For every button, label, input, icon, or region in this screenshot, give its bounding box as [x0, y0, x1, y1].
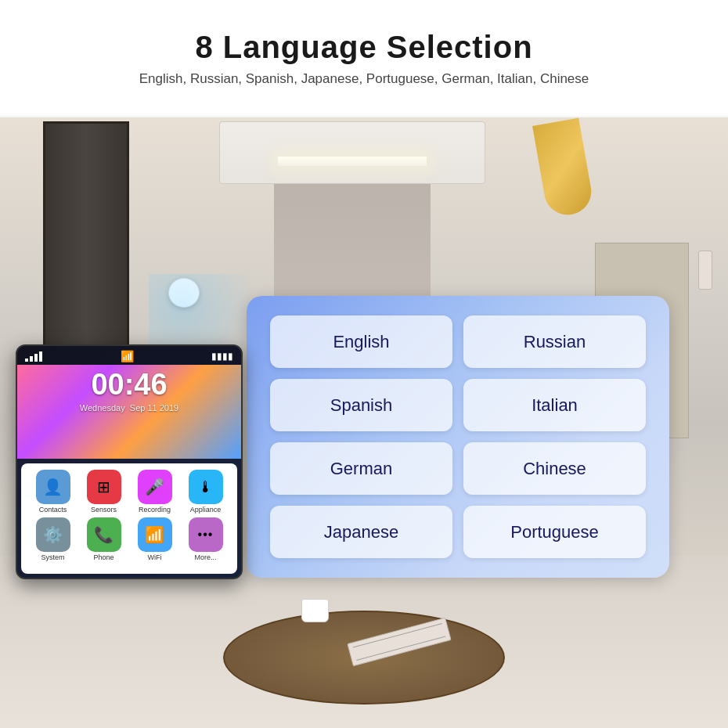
- appliance-label: Appliance: [190, 506, 222, 514]
- lang-btn-italian[interactable]: Italian: [463, 379, 646, 431]
- ceiling-light: [278, 157, 427, 166]
- app-row-2: ⚙️ System 📞 Phone 📶 WiFi ••• More...: [27, 517, 231, 561]
- recording-icon: 🎤: [138, 470, 172, 504]
- lang-btn-english[interactable]: English: [270, 315, 452, 368]
- language-grid: English Russian Spanish Italian German C…: [270, 315, 646, 558]
- wifi-status-icon: 📶: [121, 350, 134, 362]
- status-bar: 📶 ▮▮▮▮: [17, 346, 241, 366]
- app-system[interactable]: ⚙️ System: [31, 517, 76, 561]
- time-display: 00:46 Wednesday Sep 11 2019: [17, 368, 241, 413]
- app-sensors[interactable]: ⊞ Sensors: [81, 470, 127, 514]
- contacts-icon: 👤: [36, 470, 70, 504]
- page-title: 8 Language Selection: [195, 30, 532, 65]
- more-icon: •••: [189, 517, 223, 552]
- system-icon: ⚙️: [36, 517, 70, 552]
- page-subtitle: English, Russian, Spanish, Japanese, Por…: [139, 71, 589, 87]
- phone-label: Phone: [93, 553, 114, 561]
- system-label: System: [41, 553, 64, 561]
- more-label: More...: [194, 553, 216, 561]
- recording-label: Recording: [139, 506, 171, 514]
- clock-date: Wednesday Sep 11 2019: [17, 403, 241, 413]
- contacts-label: Contacts: [39, 506, 67, 514]
- clock-day: Wednesday: [80, 403, 125, 413]
- ceiling-panel: [219, 121, 485, 184]
- header: 8 Language Selection English, Russian, S…: [0, 0, 728, 116]
- lang-btn-german[interactable]: German: [270, 442, 452, 495]
- lang-btn-japanese[interactable]: Japanese: [270, 506, 452, 558]
- appliance-icon: 🌡: [189, 470, 223, 504]
- cup: [301, 599, 329, 622]
- sensors-label: Sensors: [91, 506, 117, 514]
- phone-screen: 📶 ▮▮▮▮ 00:46 Wednesday Sep 11 2019 👤 Con…: [16, 344, 243, 579]
- wifi-icon: 📶: [138, 517, 172, 552]
- wifi-label: WiFi: [148, 553, 162, 561]
- smart-device: 📶 ▮▮▮▮ 00:46 Wednesday Sep 11 2019 👤 Con…: [16, 344, 250, 587]
- app-more[interactable]: ••• More...: [183, 517, 229, 561]
- lang-btn-russian[interactable]: Russian: [463, 315, 646, 368]
- clock-date-value: Sep 11 2019: [130, 403, 178, 413]
- app-grid: 👤 Contacts ⊞ Sensors 🎤 Recording 🌡 Appli…: [21, 463, 237, 574]
- lang-btn-chinese[interactable]: Chinese: [463, 442, 646, 495]
- lang-btn-spanish[interactable]: Spanish: [270, 379, 452, 431]
- lang-btn-portuguese[interactable]: Portuguese: [463, 506, 646, 558]
- app-appliance[interactable]: 🌡 Appliance: [183, 470, 229, 514]
- phone-icon: 📞: [87, 517, 121, 552]
- app-phone[interactable]: 📞 Phone: [81, 517, 127, 561]
- signal-bar-4: [39, 351, 42, 362]
- app-contacts[interactable]: 👤 Contacts: [31, 470, 76, 514]
- language-panel: English Russian Spanish Italian German C…: [247, 296, 669, 578]
- clock-time: 00:46: [17, 368, 241, 402]
- wall-phone: [698, 250, 712, 290]
- signal-bar-3: [34, 354, 38, 362]
- signal-bar-2: [30, 356, 33, 362]
- sensors-icon: ⊞: [87, 470, 121, 504]
- signal-icon: [25, 351, 42, 362]
- wall-sensor: [168, 278, 200, 308]
- app-wifi[interactable]: 📶 WiFi: [132, 517, 178, 561]
- battery-icon: ▮▮▮▮: [211, 351, 233, 362]
- signal-bar-1: [25, 359, 28, 362]
- app-recording[interactable]: 🎤 Recording: [132, 470, 178, 514]
- app-row-1: 👤 Contacts ⊞ Sensors 🎤 Recording 🌡 Appli…: [27, 470, 231, 514]
